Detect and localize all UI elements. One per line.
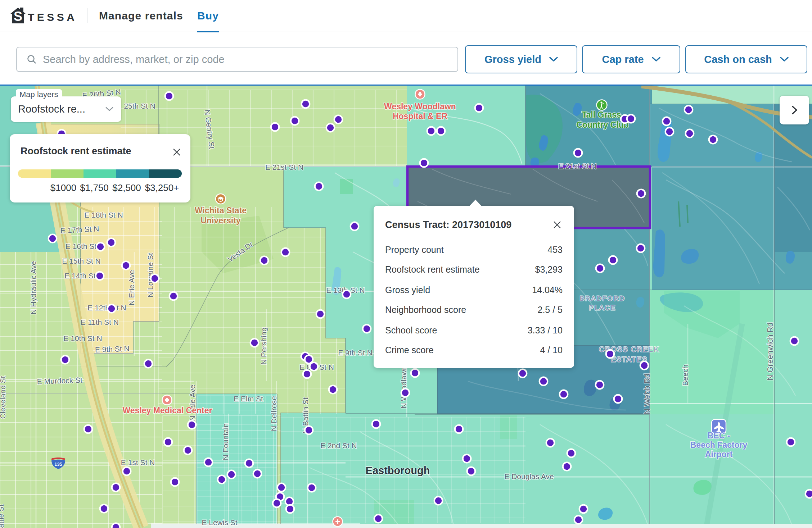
svg-text:Wesley Medical Center: Wesley Medical Center [123,406,212,415]
svg-text:Cleveland St: Cleveland St [0,376,7,419]
svg-text:N Greenwich Rd: N Greenwich Rd [766,322,775,380]
svg-text:N Erie Ave: N Erie Ave [127,270,136,306]
svg-text:E 2nd St N: E 2nd St N [320,441,357,450]
svg-text:N Webb Rd: N Webb Rd [642,373,651,414]
svg-text:E 21st St N: E 21st St N [558,162,596,170]
svg-text:Beech: Beech [681,364,689,386]
svg-text:E Murdock St: E Murdock St [37,376,82,386]
svg-text:Pattie St: Pattie St [0,504,5,528]
svg-text:E 15th St N: E 15th St N [62,257,100,265]
svg-text:Hospital & ER: Hospital & ER [393,111,447,121]
svg-text:BRADFORD: BRADFORD [580,295,626,302]
svg-text:BEC -: BEC - [708,431,730,440]
svg-text:S: S [14,9,22,24]
svg-text:Airport: Airport [705,450,733,459]
svg-text:University: University [200,216,240,225]
svg-text:Wichita State: Wichita State [195,206,247,215]
svg-text:Beech Factory: Beech Factory [690,440,748,450]
svg-text:E 21st St N: E 21st St N [265,163,303,171]
svg-text:PLACE: PLACE [589,304,616,311]
svg-text:E 11th St N: E 11th St N [81,318,119,326]
svg-text:N Fountain: N Fountain [221,423,230,460]
svg-text:TESSA: TESSA [28,11,77,23]
svg-text:E Lewis St: E Lewis St [202,518,237,527]
svg-text:E 10th St N: E 10th St N [63,334,102,342]
svg-text:Wesley Woodlawn: Wesley Woodlawn [384,102,456,111]
svg-text:N Hydraulic Ave: N Hydraulic Ave [29,261,37,314]
svg-text:E 18th St N: E 18th St N [84,211,123,219]
svg-text:N Pershing: N Pershing [260,327,268,365]
svg-text:E 9th St N: E 9th St N [338,349,373,357]
svg-text:N Yale Ave: N Yale Ave [188,384,197,421]
svg-text:N Dellrose: N Dellrose [270,396,278,431]
svg-text:25th St N: 25th St N [124,102,155,110]
svg-text:E 1st St N: E 1st St N [121,458,155,466]
svg-text:135: 135 [54,461,62,467]
svg-text:E 16th St: E 16th St [66,242,97,250]
svg-text:E Douglas Ave: E Douglas Ave [504,472,554,481]
svg-text:E 9th St N: E 9th St N [95,344,130,354]
svg-text:Tall Grass: Tall Grass [582,110,621,119]
svg-text:E Elm St: E Elm St [234,395,263,403]
svg-text:Eastborough: Eastborough [366,465,430,476]
